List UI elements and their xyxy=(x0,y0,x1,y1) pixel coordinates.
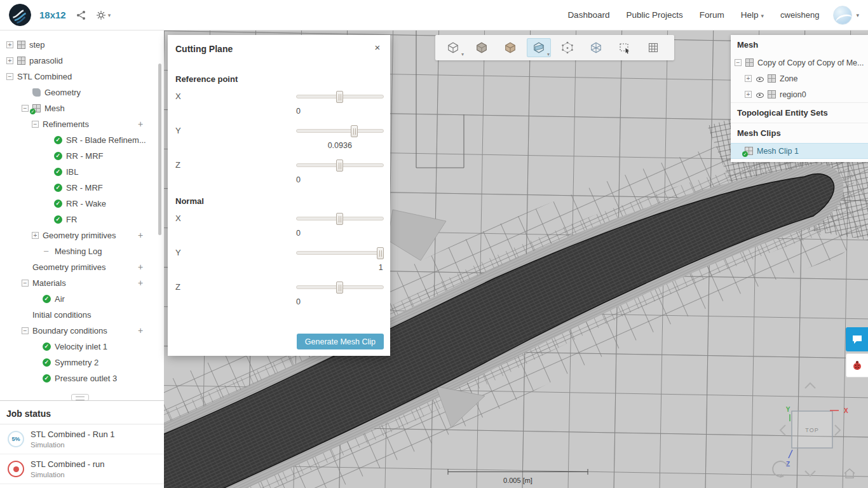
visibility-eye-icon[interactable] xyxy=(756,90,765,99)
wireframe-view-icon[interactable] xyxy=(584,38,608,57)
tree-item[interactable]: IBL xyxy=(0,164,164,180)
expander-icon[interactable]: + xyxy=(32,232,39,239)
tree-item[interactable]: Initial conditions xyxy=(0,307,164,323)
app-logo[interactable] xyxy=(9,4,31,26)
add-button[interactable]: + xyxy=(136,325,145,336)
tree-item[interactable]: − Materials + xyxy=(0,275,164,291)
tree-item-icon xyxy=(17,41,25,49)
expander-icon[interactable]: + xyxy=(6,41,13,48)
user-menu-caret-icon[interactable]: ▾ xyxy=(856,12,859,18)
node-view-icon[interactable] xyxy=(555,38,580,57)
expander-icon[interactable]: − xyxy=(6,73,13,80)
topological-entity-sets-header[interactable]: Topological Entity Sets xyxy=(731,102,868,123)
tree-item-icon xyxy=(43,374,51,383)
add-button[interactable]: + xyxy=(136,119,145,129)
reference-z-slider[interactable] xyxy=(296,163,384,167)
tree-item[interactable]: SR - MRF xyxy=(0,180,164,196)
tree-item[interactable]: Air xyxy=(0,291,164,307)
job-row[interactable]: 5% STL Combined - Run 1 Simulation xyxy=(0,424,164,454)
mesh-section-header[interactable]: Mesh xyxy=(731,35,868,55)
mesh-settings-icon[interactable] xyxy=(641,38,665,57)
mesh-tree-item[interactable]: + region0 xyxy=(731,86,868,102)
normal-z-slider[interactable] xyxy=(296,285,384,289)
mesh-clip-icon[interactable] xyxy=(527,38,551,57)
add-button[interactable]: + xyxy=(136,262,145,272)
tree-item[interactable]: Symmetry 2 xyxy=(0,355,164,370)
sidebar-scrollbar[interactable] xyxy=(158,64,161,235)
chat-icon xyxy=(851,334,863,345)
box-select-icon[interactable] xyxy=(613,38,637,57)
tree-item[interactable]: RR - Wake xyxy=(0,196,164,212)
expander-icon[interactable]: − xyxy=(22,327,29,334)
reference-y-slider[interactable] xyxy=(296,129,384,133)
tree-item[interactable]: SR - Blade Refinem... xyxy=(0,132,164,148)
solid-view-icon[interactable] xyxy=(470,38,494,57)
visibility-eye-icon[interactable] xyxy=(756,74,765,83)
report-bug-button[interactable] xyxy=(846,353,868,377)
tree-item-icon xyxy=(43,358,51,367)
slider-handle[interactable] xyxy=(351,125,358,137)
top-bar: 18x12 Dashboard Public Projects Forum He… xyxy=(0,0,868,30)
mesh-tree-item[interactable]: + Zone xyxy=(731,71,868,86)
add-button[interactable]: + xyxy=(136,278,145,288)
normal-x-slider[interactable] xyxy=(296,217,384,220)
expander-icon[interactable]: − xyxy=(22,105,29,112)
tree-item[interactable]: Velocity inlet 1 xyxy=(0,339,164,355)
nav-link[interactable]: Dashboard xyxy=(567,10,609,20)
close-icon[interactable]: × xyxy=(370,40,385,55)
user-name[interactable]: cweisheng xyxy=(780,10,819,20)
tree-item[interactable]: Geometry xyxy=(0,85,164,100)
job-row[interactable]: STL Combined - run Simulation xyxy=(0,454,164,484)
mesh-tree-item[interactable]: − Copy of Copy of Copy of Me... xyxy=(731,55,868,71)
tree-item-label: Mesh Clip 1 xyxy=(757,147,864,156)
dialog-title: Cutting Plane xyxy=(168,35,390,63)
tree-item[interactable]: − STL Combined xyxy=(0,69,164,85)
job-progress-label: 5% xyxy=(11,436,20,442)
generate-mesh-clip-button[interactable]: Generate Mesh Clip xyxy=(297,334,384,349)
job-status-panel: Job status 5% STL Combined - Run 1 Simul… xyxy=(0,400,164,488)
tree-item[interactable]: + step xyxy=(0,37,164,53)
expander-icon[interactable]: − xyxy=(735,59,742,66)
surface-view-icon[interactable] xyxy=(498,38,522,57)
tree-item[interactable]: Meshing Log xyxy=(0,243,164,259)
tree-item[interactable]: − Boundary conditions + xyxy=(0,323,164,339)
avatar[interactable] xyxy=(833,6,852,25)
gear-icon xyxy=(96,10,106,20)
expander-icon[interactable]: + xyxy=(745,91,752,98)
tree-item[interactable]: FR xyxy=(0,212,164,227)
nav-link[interactable]: Public Projects xyxy=(626,10,682,20)
project-title[interactable]: 18x12 xyxy=(39,10,66,20)
reference-x-slider[interactable] xyxy=(296,95,384,98)
tree-item[interactable]: − Mesh xyxy=(0,100,164,116)
add-button[interactable]: + xyxy=(136,230,145,240)
expander-icon[interactable]: − xyxy=(22,280,29,287)
tree-item[interactable]: + parasolid xyxy=(0,53,164,69)
normal-y-slider[interactable] xyxy=(296,251,384,255)
project-settings-button[interactable] xyxy=(96,10,111,20)
tree-item-label: IBL xyxy=(66,167,79,177)
tree-item-icon xyxy=(43,342,51,351)
tree-item[interactable]: RR - MRF xyxy=(0,148,164,164)
support-chat-button[interactable] xyxy=(846,327,868,351)
fit-view-icon[interactable] xyxy=(441,38,465,57)
nav-link[interactable]: Help xyxy=(741,10,764,20)
slider-handle[interactable] xyxy=(336,213,343,225)
mesh-clip-item[interactable]: Mesh Clip 1 xyxy=(731,143,868,159)
expander-icon[interactable]: + xyxy=(6,57,13,64)
share-button[interactable] xyxy=(76,10,86,20)
tree-item[interactable]: − Refinements + xyxy=(0,116,164,132)
expander-icon[interactable]: − xyxy=(32,121,39,128)
scale-label: 0.005 [m] xyxy=(503,477,532,484)
tree-item[interactable]: + Geometry primitives + xyxy=(0,227,164,243)
sidebar-collapse-handle[interactable] xyxy=(71,394,89,401)
slider-handle[interactable] xyxy=(336,159,343,172)
job-type: Simulation xyxy=(31,471,105,478)
tree-item[interactable]: Pressure outlet 3 xyxy=(0,370,164,386)
slider-handle[interactable] xyxy=(336,91,343,103)
expander-icon[interactable]: + xyxy=(745,75,752,82)
nav-link[interactable]: Forum xyxy=(700,10,724,20)
mesh-clips-header[interactable]: Mesh Clips xyxy=(731,123,868,143)
slider-handle[interactable] xyxy=(336,281,343,294)
tree-item[interactable]: Geometry primitives + xyxy=(0,259,164,275)
slider-handle[interactable] xyxy=(377,247,384,259)
